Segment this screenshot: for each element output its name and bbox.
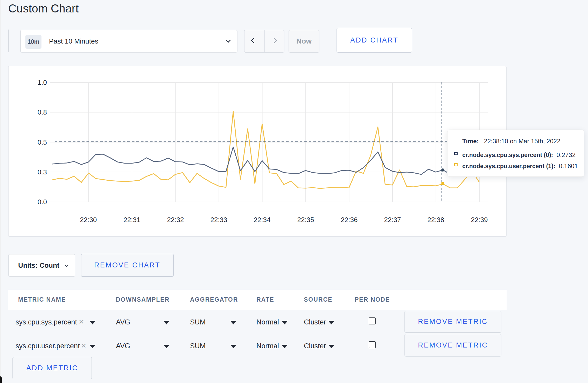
svg-text:0.5: 0.5 <box>38 138 47 146</box>
svg-text:22:33: 22:33 <box>210 216 227 224</box>
svg-text:0.3: 0.3 <box>38 168 47 176</box>
svg-text:22:36: 22:36 <box>341 216 358 224</box>
svg-text:22:35: 22:35 <box>297 216 314 224</box>
svg-text:22:38: 22:38 <box>427 216 444 224</box>
svg-text:22:30: 22:30 <box>80 216 97 224</box>
svg-text:22:32: 22:32 <box>167 216 184 224</box>
svg-text:1.0: 1.0 <box>38 79 47 86</box>
svg-text:22:34: 22:34 <box>254 216 270 224</box>
svg-text:22:39: 22:39 <box>471 216 488 224</box>
svg-text:0.0: 0.0 <box>38 198 47 206</box>
svg-text:0.8: 0.8 <box>38 108 47 116</box>
svg-text:22:37: 22:37 <box>384 216 401 224</box>
svg-text:22:31: 22:31 <box>123 216 140 224</box>
